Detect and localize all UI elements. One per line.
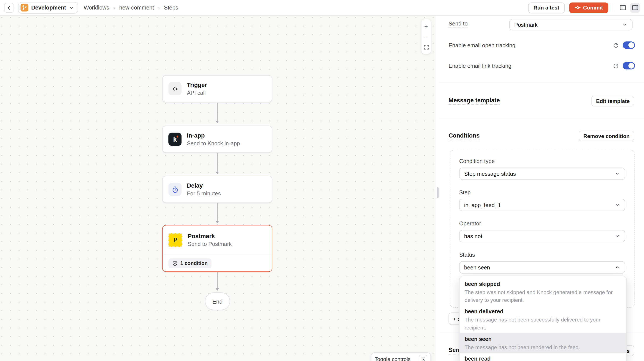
keyboard-shortcut-badge: K <box>419 355 427 361</box>
condition-field: Condition typeStep message status <box>459 158 625 180</box>
field-label: Operator <box>459 220 625 227</box>
breadcrumb-item-new-comment[interactable]: new-comment <box>119 5 154 11</box>
breadcrumb-separator-icon: › <box>113 5 115 11</box>
divider <box>440 118 644 118</box>
option-description: The message has not been rendered in the… <box>464 343 621 351</box>
toggle-label: Enable email open tracking <box>448 42 515 48</box>
send-to-label: Send to <box>448 21 468 28</box>
select-value: been seen <box>464 264 490 270</box>
git-branch-icon <box>20 4 28 12</box>
dropdown-option-been-skipped[interactable]: been skippedThe step was not skipped and… <box>460 278 626 305</box>
select-value: in_app_feed_1 <box>464 202 501 208</box>
zoom-in-button[interactable]: + <box>422 21 431 31</box>
message-template-heading: Message template <box>448 97 500 105</box>
end-node[interactable]: End <box>205 292 230 310</box>
top-bar-actions: Run a test Commit <box>528 2 640 13</box>
step-select[interactable]: in_app_feed_1 <box>459 199 625 211</box>
option-title: been skipped <box>464 280 621 288</box>
send-to-value: Postmark <box>514 22 538 28</box>
run-a-test-button[interactable]: Run a test <box>528 2 564 13</box>
operator-select[interactable]: has not <box>459 230 625 242</box>
option-description: The step was not skipped and Knock gener… <box>464 288 621 303</box>
dropdown-option-been-seen[interactable]: been seenThe message has not been render… <box>460 333 626 353</box>
code-icon <box>168 82 182 95</box>
field-label: Step <box>459 189 625 196</box>
toggle-row: Enable email open tracking <box>448 40 635 51</box>
connector-arrow <box>215 272 220 291</box>
node-title: Trigger <box>187 81 207 89</box>
connector-arrow <box>215 203 220 223</box>
edit-template-button[interactable]: Edit template <box>592 96 634 106</box>
stopwatch-icon <box>168 183 182 196</box>
back-button[interactable] <box>4 3 14 13</box>
field-label: Status <box>459 251 625 258</box>
workflow-node-postmark[interactable]: PPostmarkSend to Postmark1 condition <box>162 225 272 272</box>
git-commit-icon <box>574 5 581 11</box>
panel-resize-handle[interactable] <box>436 187 438 198</box>
node-subtitle: For 5 minutes <box>187 190 221 197</box>
toggle-label: Enable email link tracking <box>448 63 511 69</box>
toggle-controls-label: Toggle controls <box>375 356 410 361</box>
toggle-left-panel-button[interactable] <box>618 3 628 13</box>
node-subtitle: Send to Knock in-app <box>187 140 240 147</box>
dropdown-option-been-delivered[interactable]: been deliveredThe message has not been s… <box>460 305 626 333</box>
app: Development Workflows›new-comment›Steps … <box>0 0 644 361</box>
toggle-row: Enable email link tracking <box>448 60 635 72</box>
node-subtitle: API call <box>187 89 207 96</box>
node-title: Postmark <box>188 232 232 240</box>
divider <box>613 4 613 12</box>
toggle-controls-button[interactable]: Toggle controls K <box>371 352 431 361</box>
status-dropdown: been skippedThe step was not skipped and… <box>459 275 627 361</box>
toggle-right-panel-button[interactable] <box>630 3 640 13</box>
workflow-node-in_app[interactable]: kIn-appSend to Knock in-app <box>162 126 272 153</box>
send-to-select[interactable]: Postmark <box>509 19 632 31</box>
condition-type-select[interactable]: Step message status <box>459 168 625 180</box>
divider <box>440 83 644 83</box>
breadcrumb-item-Steps[interactable]: Steps <box>164 5 178 11</box>
chevron-down-icon <box>69 5 74 10</box>
refresh-icon <box>613 42 619 48</box>
remove-condition-button[interactable]: Remove condition <box>579 131 634 141</box>
workflow-canvas[interactable]: + − TriggerAPI callkIn-appSend to Knock … <box>0 16 435 361</box>
workflow-node-trigger[interactable]: TriggerAPI call <box>162 75 272 102</box>
field-label: Condition type <box>459 158 625 165</box>
arrowhead-icon <box>216 221 219 223</box>
condition-field: Operatorhas not <box>459 220 625 242</box>
option-description: The message has not been successfully de… <box>464 316 621 331</box>
check-circle-icon <box>172 260 178 266</box>
node-subtitle: Send to Postmark <box>188 241 232 248</box>
arrowhead-icon <box>216 288 219 291</box>
chevron-left-icon <box>6 5 12 11</box>
chevron-down-icon <box>614 202 620 208</box>
environment-switcher[interactable]: Development <box>18 2 78 14</box>
postmark-stamp-icon: P <box>168 233 182 247</box>
panel-right-icon <box>632 4 638 11</box>
top-bar: Development Workflows›new-comment›Steps … <box>0 0 644 16</box>
toggle-switch[interactable] <box>623 62 635 69</box>
arrowhead-icon <box>216 121 219 123</box>
zoom-out-button[interactable]: − <box>422 31 431 42</box>
node-title: Delay <box>187 182 221 189</box>
refresh-icon <box>613 63 619 69</box>
condition-count-badge: 1 condition <box>168 258 211 268</box>
chevron-down-icon <box>614 233 620 239</box>
conditions-heading: Conditions <box>448 132 480 140</box>
panel-resize-gutter <box>435 16 440 361</box>
node-title: In-app <box>187 132 240 139</box>
environment-label: Development <box>31 5 66 11</box>
commit-label: Commit <box>583 5 603 11</box>
send-windows-heading: Sen <box>448 346 460 354</box>
chevron-up-icon <box>614 264 620 270</box>
status-select[interactable]: been seen <box>459 261 625 273</box>
condition-field: Stepin_app_feed_1 <box>459 189 625 211</box>
panel-left-icon <box>619 4 626 11</box>
fit-view-button[interactable] <box>422 42 431 53</box>
toggle-switch[interactable] <box>623 42 635 49</box>
dropdown-option-been-read[interactable]: been read <box>460 353 626 361</box>
connector-arrow <box>215 103 220 123</box>
minus-icon: − <box>424 33 428 40</box>
breadcrumb-item-Workflows[interactable]: Workflows <box>84 5 109 11</box>
workflow-node-delay[interactable]: DelayFor 5 minutes <box>162 176 272 203</box>
connector-arrow <box>215 153 220 174</box>
commit-button[interactable]: Commit <box>569 2 608 13</box>
